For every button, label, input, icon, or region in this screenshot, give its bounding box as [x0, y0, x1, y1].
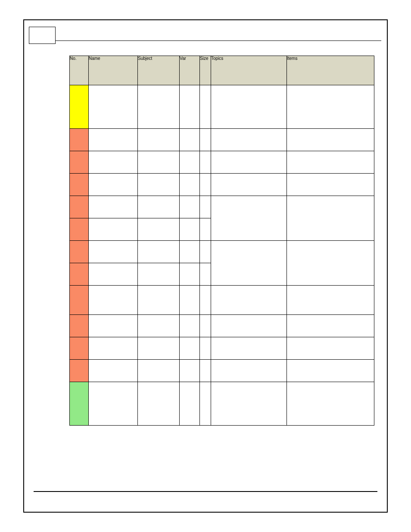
table-cell — [211, 337, 287, 360]
table-cell — [287, 174, 374, 196]
table-cell — [180, 315, 200, 337]
table-cell — [89, 263, 138, 286]
status-cell — [70, 196, 89, 218]
table-row — [70, 241, 374, 263]
table-cell — [89, 286, 138, 315]
table-cell — [211, 151, 287, 174]
table-cell — [211, 315, 287, 337]
footer-divider — [34, 491, 377, 492]
table-cell — [200, 382, 211, 426]
table-cell — [180, 129, 200, 151]
table-cell — [89, 218, 138, 241]
table-row — [70, 286, 374, 315]
status-cell — [70, 360, 89, 382]
table-cell — [89, 196, 138, 218]
table-row — [70, 151, 374, 174]
table-cell — [211, 196, 287, 241]
table-cell — [180, 218, 200, 241]
table-row — [70, 315, 374, 337]
table-cell — [138, 174, 180, 196]
table-cell — [138, 218, 180, 241]
table-cell — [287, 85, 374, 129]
table-cell — [287, 196, 374, 241]
table-row — [70, 360, 374, 382]
header-logo-box — [29, 27, 56, 44]
table-cell — [180, 174, 200, 196]
table-cell — [211, 174, 287, 196]
table-cell — [138, 129, 180, 151]
table-cell — [89, 337, 138, 360]
table-cell — [138, 360, 180, 382]
table-row — [70, 85, 374, 129]
table-header-cell: Var — [180, 56, 200, 85]
status-cell — [70, 263, 89, 286]
table-cell — [180, 382, 200, 426]
table-cell — [287, 315, 374, 337]
table-cell — [180, 337, 200, 360]
table-cell — [180, 241, 200, 263]
table-cell — [138, 196, 180, 218]
table-cell — [200, 337, 211, 360]
table-cell — [200, 360, 211, 382]
table-header-cell: Size — [200, 56, 211, 85]
table-cell — [200, 174, 211, 196]
table-cell — [200, 263, 211, 286]
table-cell — [211, 382, 287, 426]
status-cell — [70, 337, 89, 360]
table-cell — [180, 360, 200, 382]
table-cell — [287, 129, 374, 151]
table-header-cell: Topics — [211, 56, 287, 85]
status-cell — [70, 241, 89, 263]
table-cell — [138, 85, 180, 129]
table-cell — [200, 286, 211, 315]
table-cell — [180, 85, 200, 129]
table-cell — [138, 241, 180, 263]
table-cell — [211, 360, 287, 382]
status-cell — [70, 382, 89, 426]
table-cell — [180, 196, 200, 218]
status-cell — [70, 174, 89, 196]
table-cell — [138, 286, 180, 315]
table-cell — [138, 263, 180, 286]
table-cell — [200, 241, 211, 263]
table-cell — [211, 129, 287, 151]
status-cell — [70, 151, 89, 174]
table-row — [70, 129, 374, 151]
table-cell — [89, 315, 138, 337]
table-cell — [200, 129, 211, 151]
table-cell — [200, 151, 211, 174]
table-row — [70, 174, 374, 196]
table-header-cell: No. — [70, 56, 89, 85]
table-cell — [180, 151, 200, 174]
table-cell — [138, 382, 180, 426]
table-header-cell: Name — [89, 56, 138, 85]
table-cell — [200, 218, 211, 241]
table-header-row: No.NameSubjectVarSizeTopicsItems — [70, 56, 374, 85]
table-row — [70, 382, 374, 426]
delivery-table: No.NameSubjectVarSizeTopicsItems — [69, 56, 374, 426]
table-cell — [200, 315, 211, 337]
status-cell — [70, 85, 89, 129]
table-cell — [200, 196, 211, 218]
table-cell — [89, 151, 138, 174]
table-cell — [287, 360, 374, 382]
table-header-cell: Items — [287, 56, 374, 85]
table-cell — [200, 85, 211, 129]
table-cell — [138, 151, 180, 174]
table-cell — [89, 241, 138, 263]
table-cell — [89, 174, 138, 196]
table-cell — [287, 286, 374, 315]
table-row — [70, 196, 374, 218]
page: No.NameSubjectVarSizeTopicsItems — [0, 0, 411, 532]
table-header-cell: Subject — [138, 56, 180, 85]
table-cell — [180, 286, 200, 315]
table-cell — [287, 382, 374, 426]
status-cell — [70, 286, 89, 315]
table-cell — [287, 241, 374, 286]
table-cell — [89, 129, 138, 151]
table-row — [70, 337, 374, 360]
table-cell — [211, 241, 287, 286]
table-cell — [287, 337, 374, 360]
status-cell — [70, 218, 89, 241]
table-cell — [180, 263, 200, 286]
